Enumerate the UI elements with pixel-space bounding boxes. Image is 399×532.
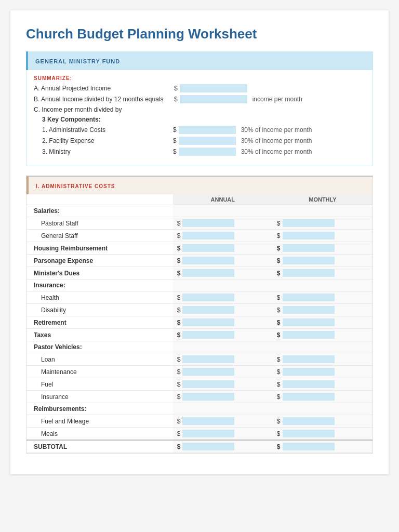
table-row: Minister's Dues $ $ — [26, 267, 373, 280]
health-annual-input[interactable] — [182, 294, 234, 301]
row-label-vehicle-insurance: Insurance — [26, 391, 173, 403]
fuel-annual-input[interactable] — [182, 380, 234, 388]
subtotal-monthly-input[interactable] — [283, 443, 335, 450]
table-row: Insurance $ $ — [26, 391, 373, 403]
fuel-mileage-annual-input[interactable] — [182, 417, 234, 425]
vehicle-insurance-monthly-input[interactable] — [283, 393, 335, 401]
taxes-annual-input[interactable] — [182, 331, 234, 339]
row-label-subtotal: SUBTOTAL — [26, 440, 173, 453]
fuel-mileage-monthly-input[interactable] — [283, 417, 335, 425]
meals-annual-input[interactable] — [182, 430, 234, 437]
summary-row-c: C. Income per month divided by — [34, 106, 365, 113]
meals-monthly-input[interactable] — [283, 430, 335, 437]
table-row: Maintenance $ $ — [26, 366, 373, 378]
housing-monthly-input[interactable] — [283, 244, 335, 252]
table-row: General Staff $ $ — [26, 230, 373, 242]
maintenance-monthly-input[interactable] — [283, 368, 335, 376]
admin-section: I. ADMINISTRATIVE COSTS ANNUAL MONTHLY S… — [26, 176, 373, 454]
key-components: 3 Key Components: 1. Administrative Cost… — [42, 116, 365, 156]
general-staff-monthly-input[interactable] — [283, 232, 335, 240]
table-row: Loan $ $ — [26, 353, 373, 366]
row-label-loan: Loan — [26, 353, 173, 366]
facility-input[interactable] — [179, 137, 236, 145]
housing-annual-input[interactable] — [182, 244, 234, 252]
pastoral-annual-input[interactable] — [182, 219, 234, 227]
vehicle-insurance-annual-input[interactable] — [182, 393, 234, 401]
row-label-disability: Disability — [26, 304, 173, 316]
table-row: Health $ $ — [26, 291, 373, 304]
table-row: Reimbursements: — [26, 403, 373, 415]
table-row: Pastor Vehicles: — [26, 341, 373, 353]
maintenance-annual-input[interactable] — [182, 368, 234, 376]
table-row: Meals $ $ — [26, 428, 373, 441]
row-label-taxes: Taxes — [26, 329, 173, 341]
general-staff-annual-input[interactable] — [182, 232, 234, 240]
summary-row-a: A. Annual Projected Income $ — [34, 84, 365, 92]
ministry-note: 30% of income per month — [241, 148, 312, 155]
disability-monthly-input[interactable] — [283, 306, 335, 314]
summary-row-b: B. Annual Income divided by 12 months eq… — [34, 95, 365, 103]
key-row-ministry: 3. Ministry $ 30% of income per month — [42, 148, 365, 156]
row-label-salaries: Salaries: — [26, 205, 173, 217]
summary-row-c-label: C. Income per month divided by — [34, 106, 174, 113]
taxes-monthly-input[interactable] — [283, 331, 335, 339]
row-label-reimbursements: Reimbursements: — [26, 403, 173, 415]
table-row: Disability $ $ — [26, 304, 373, 316]
table-row: Insurance: — [26, 280, 373, 291]
row-label-health: Health — [26, 291, 173, 304]
row-label-maintenance: Maintenance — [26, 366, 173, 378]
col-header-monthly: MONTHLY — [273, 194, 373, 205]
table-row: Fuel and Mileage $ $ — [26, 415, 373, 428]
admin-costs-input[interactable] — [179, 126, 236, 134]
key-ministry-label: 3. Ministry — [42, 148, 173, 155]
loan-monthly-input[interactable] — [283, 355, 335, 363]
ministers-dues-monthly-input[interactable] — [283, 269, 335, 277]
pastoral-monthly-input[interactable] — [283, 219, 335, 227]
facility-note: 30% of income per month — [241, 137, 312, 144]
key-row-admin: 1. Administrative Costs $ 30% of income … — [42, 126, 365, 134]
ministry-input[interactable] — [179, 148, 236, 156]
row-label-pastor-vehicles: Pastor Vehicles: — [26, 341, 173, 353]
monthly-income-input[interactable] — [180, 95, 247, 103]
row-label-general-staff: General Staff — [26, 230, 173, 242]
page-title: Church Budget Planning Worksheet — [26, 26, 373, 42]
retirement-monthly-input[interactable] — [283, 318, 335, 326]
row-label-fuel: Fuel — [26, 378, 173, 391]
summary-block: SUMMARIZE: A. Annual Projected Income $ … — [26, 70, 373, 166]
table-row: Taxes $ $ — [26, 329, 373, 341]
key-admin-label: 1. Administrative Costs — [42, 126, 173, 134]
col-header-label — [26, 194, 173, 205]
admin-header-label: I. ADMINISTRATIVE COSTS — [36, 183, 115, 189]
annual-income-input[interactable] — [180, 84, 247, 92]
health-monthly-input[interactable] — [283, 294, 335, 301]
disability-annual-input[interactable] — [182, 306, 234, 314]
parsonage-annual-input[interactable] — [182, 257, 234, 264]
summary-row-a-label: A. Annual Projected Income — [34, 85, 174, 92]
key-facility-label: 2. Facility Expense — [42, 137, 173, 144]
summarize-label: SUMMARIZE: — [34, 75, 365, 81]
key-components-label: 3 Key Components: — [42, 116, 365, 123]
parsonage-monthly-input[interactable] — [283, 257, 335, 264]
row-label-fuel-mileage: Fuel and Mileage — [26, 415, 173, 428]
table-row: Parsonage Expense $ $ — [26, 255, 373, 267]
page: Church Budget Planning Worksheet GENERAL… — [10, 10, 389, 474]
table-row: Fuel $ $ — [26, 378, 373, 391]
loan-annual-input[interactable] — [182, 355, 234, 363]
general-ministry-label: GENERAL MINISTRY FUND — [35, 58, 120, 64]
admin-note: 30% of income per month — [241, 126, 312, 134]
ministers-dues-annual-input[interactable] — [182, 269, 234, 277]
col-header-annual: ANNUAL — [173, 194, 273, 205]
admin-header: I. ADMINISTRATIVE COSTS — [26, 177, 373, 194]
table-row: Housing Reimbursement $ $ — [26, 242, 373, 255]
row-label-meals: Meals — [26, 428, 173, 441]
monthly-note: income per month — [252, 96, 302, 103]
subtotal-annual-input[interactable] — [182, 443, 234, 450]
table-row: Pastoral Staff $ $ — [26, 217, 373, 230]
retirement-annual-input[interactable] — [182, 318, 234, 326]
row-label-insurance: Insurance: — [26, 280, 173, 291]
row-label-pastoral: Pastoral Staff — [26, 217, 173, 230]
table-row: Salaries: — [26, 205, 373, 217]
fuel-monthly-input[interactable] — [283, 380, 335, 388]
summary-row-b-label: B. Annual Income divided by 12 months eq… — [34, 96, 174, 103]
row-label-retirement: Retirement — [26, 316, 173, 329]
